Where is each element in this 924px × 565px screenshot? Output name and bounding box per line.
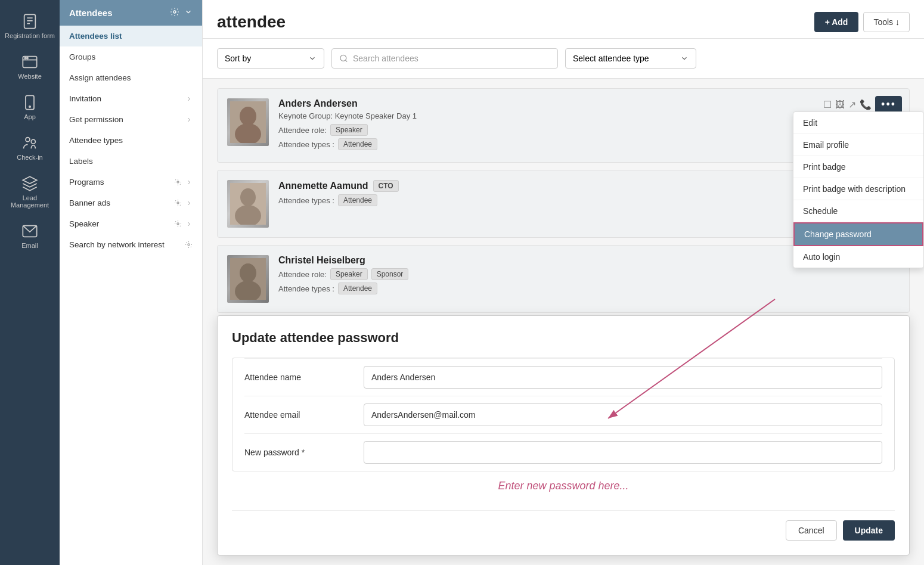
form-label-email: Attendee email bbox=[244, 410, 364, 420]
settings-icon bbox=[174, 220, 182, 228]
svg-point-17 bbox=[188, 244, 190, 246]
avatar-3 bbox=[227, 255, 269, 303]
menu-item-edit[interactable]: Edit bbox=[793, 112, 923, 134]
avatar-1 bbox=[227, 98, 269, 146]
sidebar-item-invitation[interactable]: Invitation bbox=[60, 88, 202, 109]
svg-point-24 bbox=[240, 188, 256, 206]
context-menu: Edit Email profile Print badge Print bad… bbox=[793, 111, 924, 268]
modal-footer: Cancel Update bbox=[232, 510, 895, 541]
sidebar-item-labels[interactable]: Labels bbox=[60, 151, 202, 172]
svg-point-27 bbox=[240, 263, 256, 282]
chevron-down-icon bbox=[308, 54, 317, 63]
badge-cto: CTO bbox=[373, 180, 399, 192]
svg-point-18 bbox=[340, 55, 346, 61]
attendee-list: Anders Andersen Keynote Group: Keynote S… bbox=[203, 79, 924, 565]
sidebar-item-groups[interactable]: Groups bbox=[60, 46, 202, 67]
svg-line-19 bbox=[345, 60, 347, 62]
sidebar-item-attendees-list[interactable]: Attendees list bbox=[60, 26, 202, 46]
main-content: attendee + Add Tools ↓ Sort by Select at… bbox=[203, 0, 924, 565]
add-button[interactable]: + Add bbox=[814, 12, 859, 32]
sidebar-section-programs[interactable]: Programs bbox=[60, 172, 202, 193]
svg-point-21 bbox=[240, 107, 256, 126]
attendee-types-3: Attendee types : Attendee bbox=[278, 282, 900, 294]
sidebar-item-assign-attendees[interactable]: Assign attendees bbox=[60, 67, 202, 88]
type-badge-attendee-3: Attendee bbox=[338, 282, 377, 294]
update-button[interactable]: Update bbox=[843, 520, 895, 541]
menu-item-email-profile[interactable]: Email profile bbox=[793, 134, 923, 156]
svg-point-14 bbox=[177, 181, 179, 183]
svg-point-10 bbox=[26, 138, 30, 142]
nav-item-registration-form[interactable]: Registration form bbox=[0, 6, 60, 46]
attendee-name-input[interactable] bbox=[364, 366, 882, 389]
settings-icon[interactable] bbox=[170, 7, 179, 18]
phone-icon[interactable]: 📞 bbox=[860, 99, 872, 110]
settings-icon bbox=[174, 178, 182, 186]
chevron-right-icon bbox=[185, 179, 193, 186]
svg-point-9 bbox=[29, 106, 30, 107]
sidebar-section-banner-ads[interactable]: Banner ads bbox=[60, 193, 202, 213]
cancel-button[interactable]: Cancel bbox=[786, 520, 837, 541]
new-password-input[interactable] bbox=[364, 441, 882, 464]
form-row-email: Attendee email bbox=[244, 396, 882, 433]
share-icon[interactable]: ↗ bbox=[848, 99, 856, 110]
sidebar-header: Attendees bbox=[60, 0, 202, 26]
role-badge-sponsor-3: Sponsor bbox=[371, 268, 409, 280]
nav-item-checkin[interactable]: Check-in bbox=[0, 128, 60, 168]
sidebar-section-search-network[interactable]: Search by network interest bbox=[60, 234, 202, 255]
filters-bar: Sort by Select attendee type bbox=[203, 39, 924, 79]
nav-item-website[interactable]: Website bbox=[0, 46, 60, 87]
chevron-right-icon bbox=[185, 116, 193, 123]
settings-icon bbox=[185, 241, 193, 249]
image-icon[interactable]: 🖼 bbox=[835, 100, 845, 110]
svg-point-11 bbox=[31, 139, 35, 144]
search-input[interactable] bbox=[353, 54, 550, 63]
sidebar-item-attendee-types[interactable]: Attendee types bbox=[60, 130, 202, 151]
sidebar-header-actions bbox=[170, 7, 193, 18]
card-actions-1: ☐ 🖼 ↗ 📞 ••• bbox=[823, 96, 902, 113]
avatar-2 bbox=[227, 180, 269, 228]
sidebar: Attendees Attendees list Groups Assign a… bbox=[60, 0, 203, 565]
svg-point-7 bbox=[27, 57, 28, 58]
menu-item-print-badge-desc[interactable]: Print badge with description bbox=[793, 178, 923, 200]
header-buttons: + Add Tools ↓ bbox=[814, 12, 910, 32]
type-badge-attendee-2: Attendee bbox=[338, 194, 377, 206]
sort-by-dropdown[interactable]: Sort by bbox=[217, 48, 324, 69]
form-row-password: New password * bbox=[244, 433, 882, 471]
nav-item-email[interactable]: Email bbox=[0, 216, 60, 256]
svg-point-15 bbox=[177, 202, 179, 204]
tools-button[interactable]: Tools ↓ bbox=[863, 12, 910, 32]
password-hint: Enter new password here... bbox=[232, 471, 895, 501]
sidebar-title: Attendees bbox=[69, 8, 113, 18]
search-icon bbox=[339, 54, 348, 63]
sidebar-section-speaker[interactable]: Speaker bbox=[60, 213, 202, 234]
menu-item-schedule[interactable]: Schedule bbox=[793, 200, 923, 222]
left-navigation: Registration form Website App Check-in L… bbox=[0, 0, 60, 565]
sidebar-item-get-permission[interactable]: Get permission bbox=[60, 109, 202, 130]
attendee-email-input[interactable] bbox=[364, 403, 882, 426]
svg-rect-0 bbox=[24, 14, 36, 28]
attendee-type-dropdown[interactable]: Select attendee type bbox=[565, 48, 696, 69]
checkbox-icon[interactable]: ☐ bbox=[823, 99, 832, 110]
modal-title: Update attendee password bbox=[232, 330, 895, 346]
nav-item-lead-management[interactable]: Lead Management bbox=[0, 168, 60, 216]
svg-point-16 bbox=[177, 223, 179, 225]
avatar-image-2 bbox=[230, 183, 266, 225]
chevron-right-icon bbox=[185, 200, 193, 207]
main-header: attendee + Add Tools ↓ bbox=[203, 0, 924, 39]
type-badge-attendee: Attendee bbox=[338, 138, 377, 150]
chevron-right-icon bbox=[185, 95, 193, 103]
svg-point-6 bbox=[24, 57, 26, 58]
svg-point-13 bbox=[173, 11, 176, 13]
chevron-down-icon bbox=[680, 54, 689, 63]
avatar-image-3 bbox=[230, 258, 266, 300]
nav-item-app[interactable]: App bbox=[0, 87, 60, 128]
more-actions-button-1[interactable]: ••• bbox=[875, 96, 902, 113]
menu-item-change-password[interactable]: Change password bbox=[793, 222, 923, 246]
menu-item-print-badge[interactable]: Print badge bbox=[793, 156, 923, 178]
chevron-down-icon[interactable] bbox=[184, 8, 193, 18]
chevron-right-icon bbox=[185, 221, 193, 228]
search-bar bbox=[331, 48, 558, 69]
menu-item-auto-login[interactable]: Auto login bbox=[793, 246, 923, 268]
attendee-role-3: Attendee role: Speaker Sponsor bbox=[278, 268, 900, 280]
form-row-name: Attendee name bbox=[244, 358, 882, 396]
